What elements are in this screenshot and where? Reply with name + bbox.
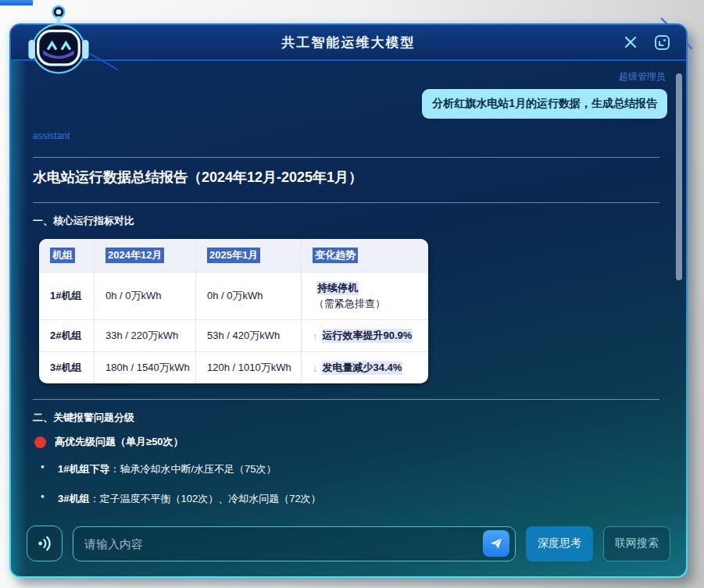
table-header-dec: 2024年12月 (105, 248, 164, 263)
robot-icon (22, 2, 95, 77)
priority-row: 高优先级问题（单月≥50次） (34, 435, 667, 449)
trend-arrow-icon: ↑ (313, 330, 318, 342)
section-heading-metrics: 一、核心运行指标对比 (33, 214, 667, 228)
cell-unit: 1#机组 (39, 273, 94, 319)
scrollbar-thumb[interactable] (676, 73, 682, 280)
table-row: 3#机组 180h / 1540万kWh 120h / 1010万kWh ↓发电… (39, 351, 428, 383)
table-row: 2#机组 33h / 220万kWh 53h / 420万kWh ↑运行效率提升… (39, 319, 428, 351)
robot-avatar (22, 2, 95, 77)
cell-trend: ↑运行效率提升90.9% (301, 320, 428, 351)
section-heading-alerts: 二、关键报警问题分级 (33, 411, 667, 425)
send-plane-icon (489, 536, 503, 551)
cell-unit: 3#机组 (39, 352, 94, 383)
scrollbar[interactable] (676, 66, 682, 511)
table-header-unit: 机组 (50, 248, 75, 263)
message-input-container (73, 526, 516, 561)
priority-heading: 高优先级问题（单月≥50次） (55, 435, 184, 449)
user-role-label: 超级管理员 (23, 70, 666, 84)
window-title: 共工智能运维大模型 (11, 34, 686, 52)
cell-jan: 120h / 1010万kWh (195, 352, 301, 383)
list-item: 3#机组：定子温度不平衡（102次）、冷却水问题（72次） (41, 492, 667, 506)
voice-icon (34, 533, 55, 554)
alert-detail: ：定子温度不平衡（102次）、冷却水问题（72次） (89, 493, 320, 504)
message-input[interactable] (84, 537, 483, 551)
web-search-button[interactable]: 联网搜索 (603, 526, 670, 561)
input-bar: 深度思考 联网搜索 (11, 517, 686, 576)
alert-unit: 3#机组 (58, 493, 89, 504)
assistant-label: assistant (33, 130, 667, 141)
chat-area: 超级管理员 分析红旗水电站1月的运行数据，生成总结报告 assistant 水电… (11, 62, 686, 515)
cell-trend: ↓发电量减少34.4% (301, 352, 428, 383)
table-row: 1#机组 0h / 0万kWh 0h / 0万kWh 持续停机（需紧急排查） (39, 272, 428, 319)
trend-highlight: 运行效率提升90.9% (322, 329, 413, 343)
table-header-jan: 2025年1月 (207, 248, 260, 263)
trend-arrow-icon: ↓ (313, 362, 318, 374)
metrics-table: 机组 2024年12月 2025年1月 变化趋势 1#机组 0h / 0万kWh… (39, 239, 428, 383)
divider (33, 157, 659, 158)
alert-unit: 1#机组下导 (58, 463, 109, 475)
cell-jan: 0h / 0万kWh (195, 273, 301, 319)
window-body: 共工智能运维大模型 超级管理员 分析红旗水电站1月的运行数据，生成总结报告 (11, 25, 686, 576)
user-message-bubble: 分析红旗水电站1月的运行数据，生成总结报告 (422, 89, 667, 119)
close-icon[interactable] (622, 34, 639, 51)
cell-jan: 53h / 420万kWh (195, 320, 301, 351)
cell-dec: 0h / 0万kWh (94, 273, 195, 319)
window-header: 共工智能运维大模型 (11, 25, 686, 61)
divider (33, 202, 659, 203)
table-header-row: 机组 2024年12月 2025年1月 变化趋势 (39, 239, 428, 272)
table-header-trend: 变化趋势 (313, 248, 358, 263)
red-alert-dot-icon (34, 437, 46, 448)
send-button[interactable] (483, 530, 509, 557)
deep-think-button[interactable]: 深度思考 (526, 526, 593, 561)
app-window: 共工智能运维大模型 超级管理员 分析红旗水电站1月的运行数据，生成总结报告 (9, 23, 688, 578)
list-item: 1#机组下导：轴承冷却水中断/水压不足（75次） (41, 462, 667, 476)
voice-button[interactable] (27, 526, 63, 561)
header-actions (622, 25, 670, 59)
cell-unit: 2#机组 (39, 320, 94, 351)
trend-highlight: 发电量减少34.4% (322, 361, 403, 375)
divider (33, 399, 659, 400)
cell-dec: 180h / 1540万kWh (94, 352, 195, 383)
report-title: 水电站运行数据总结报告（2024年12月-2025年1月） (33, 168, 667, 187)
restore-window-icon[interactable] (653, 34, 670, 51)
alert-detail: ：轴承冷却水中断/水压不足（75次） (109, 463, 276, 475)
trend-highlight: 持续停机 (316, 281, 359, 295)
cell-trend: 持续停机（需紧急排查） (301, 273, 428, 319)
alert-list: 1#机组下导：轴承冷却水中断/水压不足（75次） 3#机组：定子温度不平衡（10… (41, 462, 667, 515)
trend-note: （需紧急排查） (314, 297, 385, 311)
cell-dec: 33h / 220万kWh (94, 320, 195, 351)
